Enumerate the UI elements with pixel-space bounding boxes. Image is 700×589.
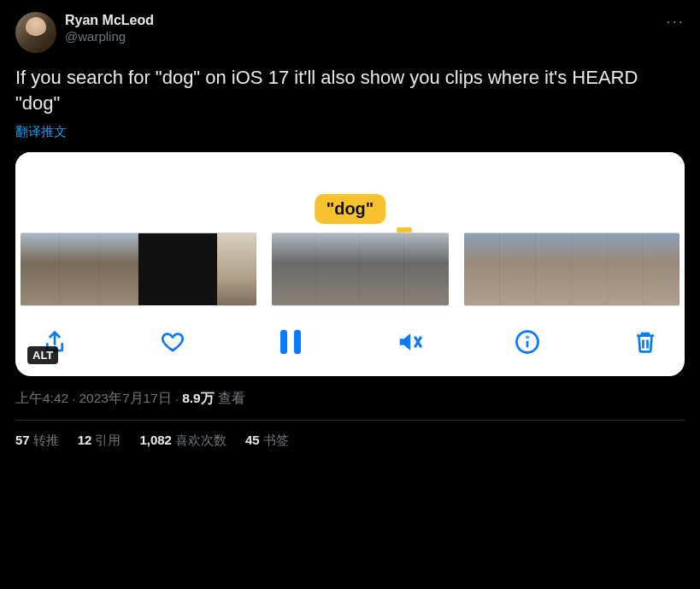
- alt-badge[interactable]: ALT: [27, 346, 58, 364]
- clip-frame: [99, 233, 138, 306]
- pause-icon[interactable]: [275, 327, 306, 357]
- clip-frame: [360, 233, 404, 306]
- clip-frame: [404, 233, 449, 306]
- tweet-text: If you search for "dog" on iOS 17 it'll …: [15, 65, 685, 115]
- clip-frame: [536, 233, 572, 306]
- dot: ·: [175, 392, 179, 407]
- mute-icon[interactable]: [394, 327, 425, 357]
- clip-frame: [21, 233, 60, 306]
- clip-group[interactable]: [272, 233, 450, 306]
- heart-icon[interactable]: [157, 327, 188, 357]
- tweet-meta: 上午4:42 · 2023年7月17日 · 8.9万 查看: [15, 390, 685, 408]
- views-label: 查看: [218, 391, 245, 405]
- svg-point-1: [526, 337, 527, 338]
- dot: ·: [72, 392, 75, 407]
- clip-frame: [217, 233, 256, 306]
- clip-frame: [608, 233, 644, 306]
- handle: @warpling: [65, 29, 154, 45]
- clip-frame: [464, 233, 500, 306]
- translate-link[interactable]: 翻译推文: [15, 124, 685, 140]
- clip-group[interactable]: [464, 233, 679, 306]
- stat-bookmarks[interactable]: 45书签: [245, 433, 289, 449]
- more-icon[interactable]: ···: [666, 12, 685, 31]
- video-timeline[interactable]: [15, 229, 685, 309]
- display-name: Ryan McLeod: [65, 12, 154, 29]
- author-names[interactable]: Ryan McLeod @warpling: [65, 12, 154, 45]
- clip-frame: [60, 233, 99, 306]
- clip-frame: [500, 233, 536, 306]
- clip-frame: [138, 233, 178, 306]
- time[interactable]: 上午4:42: [15, 390, 68, 408]
- clip-frame: [644, 233, 679, 306]
- tweet-stats: 57转推 12引用 1,082喜欢次数 45书签: [15, 433, 685, 449]
- avatar[interactable]: [15, 12, 56, 53]
- stat-retweets[interactable]: 57转推: [15, 433, 59, 449]
- views-count: 8.9万: [182, 391, 215, 405]
- clip-frame: [272, 233, 316, 306]
- clip-frame: [316, 233, 361, 306]
- stat-likes[interactable]: 1,082喜欢次数: [139, 433, 226, 449]
- info-icon[interactable]: [512, 327, 543, 357]
- stat-quotes[interactable]: 12引用: [78, 433, 121, 449]
- clip-group[interactable]: [21, 233, 256, 306]
- search-highlight-tag: "dog": [315, 194, 386, 224]
- separator: [15, 420, 685, 421]
- trash-icon[interactable]: [630, 327, 661, 357]
- date[interactable]: 2023年7月17日: [79, 390, 171, 408]
- tweet-container: Ryan McLeod @warpling ··· If you search …: [0, 0, 700, 457]
- media-top: "dog": [15, 152, 685, 229]
- media-toolbar: [15, 309, 685, 361]
- media-card[interactable]: "dog": [15, 152, 685, 376]
- clip-frame: [178, 233, 217, 306]
- tweet-header: Ryan McLeod @warpling ···: [15, 12, 685, 53]
- clip-frame: [572, 233, 608, 306]
